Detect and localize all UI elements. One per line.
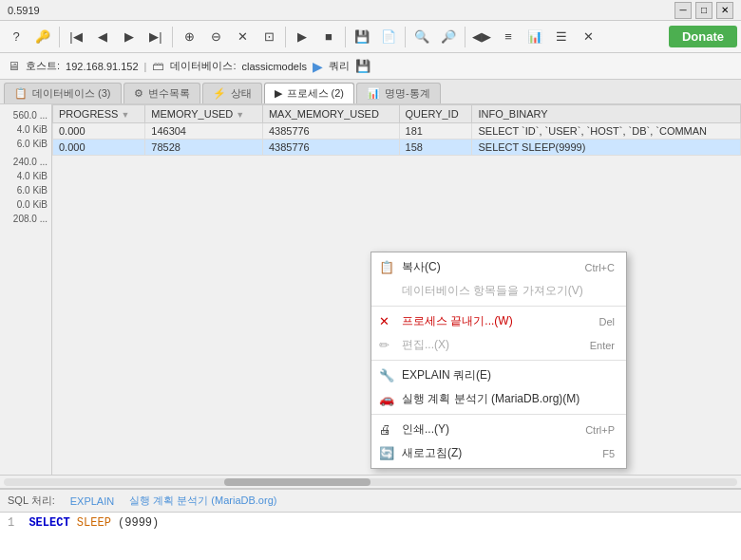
ctx-print-shortcut: Ctrl+P [585, 424, 615, 436]
tab-names-label: 명명-통계 [385, 86, 430, 101]
list-button[interactable]: ☰ [549, 25, 574, 49]
ctx-explain[interactable]: 🔧 EXPLAIN 쿼리(E) [371, 364, 626, 387]
sidebar-val-5: 240.0 ... [0, 155, 51, 169]
ctx-copy[interactable]: 📋 복사(C) Ctrl+C [371, 255, 626, 279]
ctx-refresh[interactable]: 🔄 새로고침(Z) F5 [371, 441, 626, 465]
horizontal-scrollbar[interactable] [0, 475, 741, 488]
col-max-memory[interactable]: MAX_MEMORY_USED [262, 105, 399, 123]
ctx-explain-label: EXPLAIN 쿼리(E) [402, 367, 491, 383]
help-button[interactable]: ? [4, 25, 28, 49]
key-button[interactable]: 🔑 [30, 25, 55, 49]
toolbar-sep-3 [285, 27, 286, 47]
col-progress[interactable]: PROGRESS ▼ [53, 105, 145, 123]
first-button[interactable]: |◀ [64, 25, 88, 49]
save-icon: 💾 [355, 59, 370, 73]
row2-info: SELECT SLEEP(9999) [472, 140, 741, 156]
maximize-button[interactable]: □ [695, 2, 712, 19]
sidebar-val-7: 6.0 KiB [0, 183, 51, 197]
connection-icon: 🖥 [8, 59, 20, 73]
sidebar-val-1: 560.0 ... [0, 108, 51, 122]
sql-args: (9999) [118, 516, 159, 530]
ctx-sep-2 [371, 360, 626, 361]
remove-button[interactable]: ⊖ [203, 25, 228, 49]
edit-button[interactable]: ⊡ [256, 25, 281, 49]
open-button[interactable]: 📄 [376, 25, 401, 49]
stop-button[interactable]: ■ [316, 25, 341, 49]
tab-databases[interactable]: 📋 데이터베이스 (3) [4, 83, 122, 103]
table-row[interactable]: 0.000 146304 4385776 181 SELECT `ID`, `U… [53, 123, 741, 140]
ctx-refresh-label: 새로고침(Z) [402, 445, 462, 461]
title-bar: 0.5919 ─ □ ✕ [0, 0, 741, 21]
sidebar-val-8: 0.0 KiB [0, 197, 51, 212]
col-query-id[interactable]: QUERY_ID [399, 105, 472, 123]
sql-panel: SQL 처리: EXPLAIN 실행 계획 분석기 (MariaDB.org) … [0, 488, 741, 560]
donate-button[interactable]: Donate [669, 26, 737, 47]
row1-queryid: 181 [399, 123, 472, 140]
sql-editor[interactable]: 1 SELECT SLEEP (9999) [0, 513, 741, 533]
col-memory-used[interactable]: MEMORY_USED ▼ [145, 105, 263, 123]
table-row[interactable]: 0.000 78528 4385776 158 SELECT SLEEP(999… [53, 140, 741, 156]
sql-analyzer-link[interactable]: 실행 계획 분석기 (MariaDB.org) [129, 494, 276, 508]
tab-vars-icon: ⚙ [134, 87, 143, 100]
last-button[interactable]: ▶| [143, 25, 168, 49]
tab-status[interactable]: ⚡ 상태 [202, 83, 262, 103]
tab-status-icon: ⚡ [213, 87, 226, 100]
close-tab-button[interactable]: ✕ [576, 25, 600, 49]
row2-maxmem: 4385776 [262, 140, 399, 156]
sql-explain-link[interactable]: EXPLAIN [70, 495, 114, 507]
ctx-analyzer-label: 실행 계획 분석기 (MariaDB.org)(M) [402, 391, 580, 407]
tab-names[interactable]: 📊 명명-통계 [356, 83, 441, 103]
ctx-print[interactable]: 🖨 인쇄...(Y) Ctrl+P [371, 418, 626, 441]
menu-button[interactable]: ≡ [496, 25, 521, 49]
ctx-copy-label: 복사(C) [402, 259, 441, 275]
window-title: 0.5919 [8, 5, 40, 16]
print-icon: 🖨 [379, 422, 391, 437]
host-label: 호스트: [26, 59, 60, 73]
toolbar-sep-2 [172, 27, 173, 47]
main-table-wrapper: PROGRESS ▼ MEMORY_USED ▼ MAX_MEMORY_USED… [52, 104, 741, 475]
toolbar-sep-1 [59, 27, 60, 47]
ctx-copy-shortcut: Ctrl+C [585, 262, 615, 273]
tab-variables[interactable]: ⚙ 변수목록 [124, 83, 200, 103]
ctx-fetchdb-label: 데이터베이스 항목들을 가져오기(V) [402, 283, 583, 299]
save-button[interactable]: 💾 [350, 25, 374, 49]
ctx-edit: ✏ 편집...(X) Enter [371, 333, 626, 357]
sql-function: SLEEP [77, 516, 111, 530]
zoom-button[interactable]: 🔎 [436, 25, 461, 49]
row2-progress: 0.000 [53, 140, 145, 156]
host-value: 192.168.91.152 [66, 61, 138, 72]
ctx-kill[interactable]: ✕ 프로세스 끝내기...(W) Del [371, 309, 626, 333]
analyzer-icon: 🚗 [379, 392, 394, 406]
sidebar-val-6: 4.0 KiB [0, 169, 51, 183]
minimize-button[interactable]: ─ [674, 2, 692, 19]
col-info-binary[interactable]: INFO_BINARY [472, 105, 741, 123]
run-button[interactable]: ▶ [290, 25, 314, 49]
context-menu: 📋 복사(C) Ctrl+C 데이터베이스 항목들을 가져오기(V) ✕ 프로세… [370, 252, 627, 469]
search-button[interactable]: 🔍 [409, 25, 434, 49]
close-button[interactable]: ✕ [716, 2, 733, 19]
sql-label: SQL 처리: [8, 494, 55, 508]
chart-button[interactable]: 📊 [522, 25, 547, 49]
ctx-sep-3 [371, 414, 626, 415]
tab-processes[interactable]: ▶ 프로세스 (2) [264, 83, 355, 103]
explain-icon: 🔧 [379, 368, 394, 383]
main-toolbar: ? 🔑 |◀ ◀ ▶ ▶| ⊕ ⊖ ✕ ⊡ ▶ ■ 💾 📄 🔍 🔎 ◀▶ ≡ 📊… [0, 21, 741, 53]
scrollbar-track[interactable] [4, 478, 737, 486]
sql-line-number: 1 [8, 516, 14, 530]
db-label: 데이터베이스: [170, 59, 236, 73]
tab-proc-icon: ▶ [275, 87, 282, 100]
row1-progress: 0.000 [53, 123, 145, 140]
ctx-edit-label: 편집...(X) [402, 337, 449, 353]
next-button[interactable]: ▶ [117, 25, 142, 49]
conn-separator-1: | [144, 61, 147, 72]
row1-maxmem: 4385776 [262, 123, 399, 140]
scrollbar-thumb[interactable] [224, 478, 370, 486]
window-controls: ─ □ ✕ [674, 2, 733, 19]
ctx-analyzer[interactable]: 🚗 실행 계획 분석기 (MariaDB.org)(M) [371, 387, 626, 411]
tab-proc-label: 프로세스 (2) [287, 86, 345, 101]
add-button[interactable]: ⊕ [177, 25, 201, 49]
prev-button[interactable]: ◀ [90, 25, 115, 49]
cancel-button[interactable]: ✕ [230, 25, 255, 49]
row1-memory: 146304 [145, 123, 263, 140]
compare-button[interactable]: ◀▶ [469, 25, 494, 49]
